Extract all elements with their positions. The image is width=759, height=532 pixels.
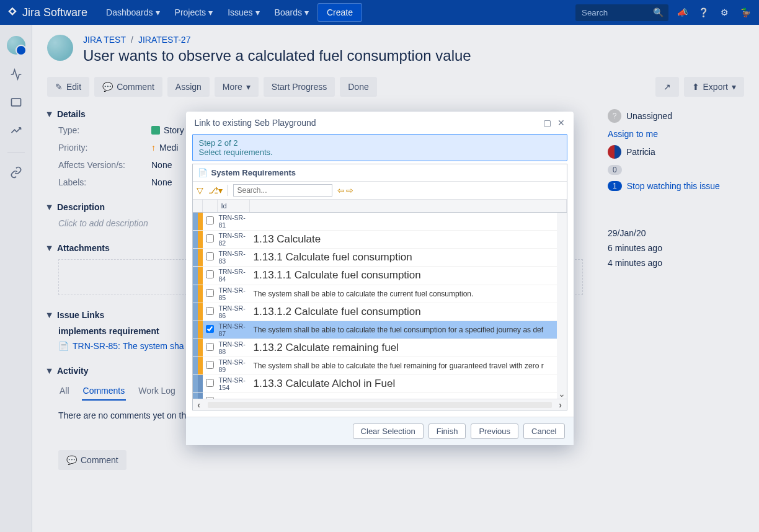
requirement-text: The system shall be able to calculate th… xyxy=(250,287,567,301)
requirement-id: TRN-SR-86 xyxy=(218,303,250,321)
maximize-icon[interactable]: ▢ xyxy=(543,118,551,128)
requirement-text: 1.13.1 Calculate fuel consumption xyxy=(250,249,567,266)
requirement-row[interactable]: TRN-SR-831.13.1 Calculate fuel consumpti… xyxy=(193,249,567,267)
requirement-row[interactable]: TRN-SR-861.13.1.2 Calculate fuel consump… xyxy=(193,303,567,321)
id-column-header: Id xyxy=(218,200,250,212)
prev-result-icon[interactable]: ⇦ xyxy=(337,185,345,195)
requirement-row[interactable]: TRN-SR-85The system shall be able to cal… xyxy=(193,285,567,303)
select-requirement-checkbox[interactable] xyxy=(206,270,214,278)
select-requirement-checkbox[interactable] xyxy=(206,325,214,333)
requirement-row[interactable]: TRN-SR-87The system shall be able to cal… xyxy=(193,321,567,339)
requirement-text: The system shall be able to calculate th… xyxy=(250,359,567,373)
requirement-row[interactable]: TRN-SR-821.13 Calculate xyxy=(193,231,567,249)
vertical-scrollbar[interactable]: ⌄ xyxy=(557,213,567,399)
requirement-search-input[interactable] xyxy=(233,184,332,197)
panel-title: System Requirements xyxy=(211,168,296,177)
requirement-id: TRN-SR-82 xyxy=(218,231,250,248)
requirement-id: TRN-SR- xyxy=(218,397,250,399)
requirement-text: 1.13.2 Calculate remaining fuel xyxy=(250,339,567,357)
requirement-text: The system shall be able to measure the … xyxy=(250,395,567,399)
requirement-text xyxy=(250,219,567,224)
select-requirement-checkbox[interactable] xyxy=(206,343,214,351)
requirement-id: TRN-SR-81 xyxy=(218,213,250,230)
select-requirement-checkbox[interactable] xyxy=(206,234,214,242)
select-requirement-checkbox[interactable] xyxy=(206,307,214,315)
requirement-id: TRN-SR-85 xyxy=(218,285,250,303)
requirement-row[interactable]: TRN-SR-The system shall be able to measu… xyxy=(193,393,567,399)
link-requirement-modal: Link to existing Seb Playground ▢ ✕ Step… xyxy=(186,112,574,445)
scroll-down-icon[interactable]: ⌄ xyxy=(557,389,567,399)
requirement-row[interactable]: TRN-SR-881.13.2 Calculate remaining fuel xyxy=(193,339,567,357)
wizard-step-box: Step 2 of 2 Select requirements. xyxy=(192,134,567,161)
requirement-text: The system shall be able to calculate th… xyxy=(250,323,567,337)
requirement-row[interactable]: TRN-SR-841.13.1.1 Calculate fuel consump… xyxy=(193,267,567,285)
select-requirement-checkbox[interactable] xyxy=(206,289,214,297)
modal-title: Link to existing Seb Playground xyxy=(195,118,316,128)
select-requirement-checkbox[interactable] xyxy=(206,216,214,224)
requirement-text: 1.13 Calculate xyxy=(250,231,567,248)
select-requirement-checkbox[interactable] xyxy=(206,252,214,260)
filter-icon[interactable]: ▽ xyxy=(197,185,203,195)
select-requirement-checkbox[interactable] xyxy=(206,379,214,387)
document-icon: 📄 xyxy=(198,168,208,177)
requirement-row[interactable]: TRN-SR-89The system shall be able to cal… xyxy=(193,357,567,375)
requirements-panel: 📄 System Requirements ▽ ⎇▾ ⇦ ⇨ Id xyxy=(192,164,567,410)
select-requirement-checkbox[interactable] xyxy=(206,361,214,369)
requirement-id: TRN-SR-83 xyxy=(218,249,250,266)
horizontal-scrollbar[interactable]: ‹ › xyxy=(193,399,567,410)
select-requirement-checkbox[interactable] xyxy=(206,397,214,399)
next-result-icon[interactable]: ⇨ xyxy=(346,185,353,195)
requirement-text: 1.13.1.2 Calculate fuel consumption xyxy=(250,303,567,321)
requirement-id: TRN-SR-89 xyxy=(218,357,250,375)
requirement-id: TRN-SR-84 xyxy=(218,267,250,284)
requirements-grid: TRN-SR-81TRN-SR-821.13 CalculateTRN-SR-8… xyxy=(193,213,567,399)
requirement-row[interactable]: TRN-SR-1541.13.3 Calculate Alchol in Fue… xyxy=(193,375,567,393)
requirement-text: 1.13.3 Calculate Alchol in Fuel xyxy=(250,375,567,392)
tree-icon[interactable]: ⎇▾ xyxy=(208,185,223,195)
scroll-left-icon[interactable]: ‹ xyxy=(193,400,205,410)
close-icon[interactable]: ✕ xyxy=(557,118,565,128)
modal-overlay: Link to existing Seb Playground ▢ ✕ Step… xyxy=(0,0,759,532)
cancel-button[interactable]: Cancel xyxy=(523,423,564,439)
finish-button[interactable]: Finish xyxy=(428,423,466,439)
requirement-row[interactable]: TRN-SR-81 xyxy=(193,213,567,231)
requirement-id: TRN-SR-88 xyxy=(218,339,250,357)
requirement-text: 1.13.1.1 Calculate fuel consumption xyxy=(250,267,567,284)
clear-selection-button[interactable]: Clear Selection xyxy=(353,423,424,439)
previous-button[interactable]: Previous xyxy=(471,423,518,439)
scroll-right-icon[interactable]: › xyxy=(554,400,567,410)
requirement-id: TRN-SR-154 xyxy=(218,375,250,392)
requirement-id: TRN-SR-87 xyxy=(218,321,250,339)
